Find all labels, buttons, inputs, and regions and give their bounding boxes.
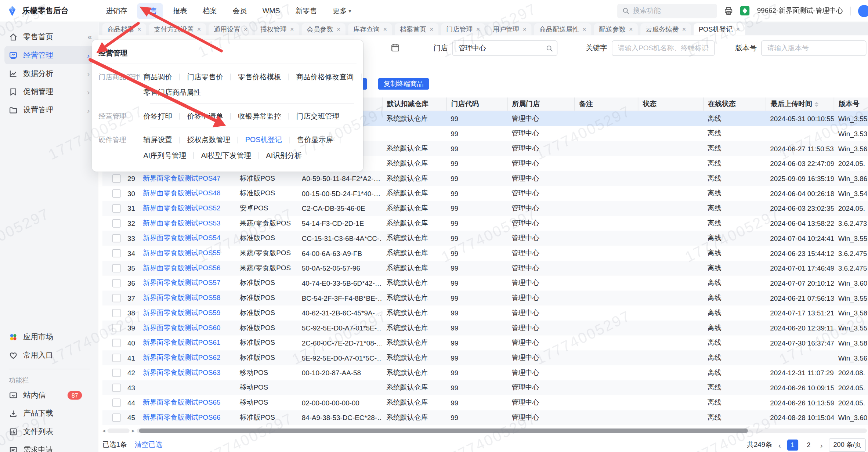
- tab-云服务续费[interactable]: 云服务续费×: [641, 23, 691, 35]
- menu-item-商品价格修改查询[interactable]: 商品价格修改查询: [296, 72, 354, 82]
- close-icon[interactable]: ×: [736, 26, 740, 33]
- pos-name-link[interactable]: 新界面零食版测试POS58: [138, 291, 235, 306]
- tab-商品档案[interactable]: 商品档案×: [102, 23, 146, 35]
- sidebar-item-settings-mgmt[interactable]: 设置管理 ›: [4, 101, 94, 119]
- store-filter-input[interactable]: [452, 40, 557, 56]
- nav-item-档案[interactable]: 档案: [197, 3, 223, 18]
- menu-item-门店零售价[interactable]: 门店零售价: [187, 72, 223, 82]
- nav-item-更多[interactable]: 更多▾: [327, 3, 357, 18]
- row-checkbox[interactable]: [112, 204, 121, 213]
- tab-配送参数[interactable]: 配送参数×: [594, 23, 638, 35]
- scroll-right-icon[interactable]: ▸: [132, 428, 135, 433]
- calendar-icon[interactable]: [390, 43, 400, 53]
- menu-item-AI识别分析[interactable]: AI识别分析: [266, 151, 302, 160]
- scrollbar-mini-track[interactable]: [108, 429, 130, 433]
- close-icon[interactable]: ×: [582, 26, 586, 33]
- sidebar-item-data-analysis[interactable]: 数据分析 ›: [4, 64, 94, 83]
- row-checkbox[interactable]: [112, 234, 121, 243]
- row-checkbox[interactable]: [112, 399, 121, 407]
- sidebar-item-inbox[interactable]: 站内信 87: [4, 386, 94, 404]
- printer-icon[interactable]: [724, 6, 733, 15]
- col-header-最后上传时间[interactable]: 最后上传时间: [766, 97, 833, 111]
- sidebar-item-app-market[interactable]: 应用市场: [4, 328, 94, 346]
- pos-name-link[interactable]: 新界面零食版测试POS48: [138, 186, 235, 201]
- close-icon[interactable]: ×: [243, 26, 247, 33]
- sidebar-item-product-download[interactable]: 产品下载: [4, 404, 94, 423]
- page-size-select[interactable]: 200 条/页: [829, 438, 866, 451]
- menu-item-AI序列号管理[interactable]: AI序列号管理: [143, 151, 186, 160]
- sort-icon[interactable]: [814, 102, 819, 107]
- pos-name-link[interactable]: 新界面零食版测试POS47: [138, 171, 235, 186]
- menu-item-价签申请单[interactable]: 价签申请单: [187, 111, 223, 121]
- scrollbar-track[interactable]: [137, 429, 867, 433]
- sidebar-item-retail-home[interactable]: 零售首页: [4, 28, 94, 46]
- page-button-2[interactable]: 2: [803, 439, 814, 450]
- close-icon[interactable]: ×: [197, 26, 201, 33]
- pos-name-link[interactable]: 新界面零食版测试POS56: [138, 261, 235, 276]
- nav-item-新零售[interactable]: 新零售: [290, 3, 323, 18]
- row-checkbox[interactable]: [112, 249, 121, 257]
- prev-page-icon[interactable]: ‹: [777, 440, 782, 449]
- row-checkbox[interactable]: [112, 324, 121, 332]
- pos-name-link[interactable]: 新界面零食版测试POS62: [138, 350, 235, 365]
- tab-门店管理[interactable]: 门店管理×: [441, 23, 485, 35]
- nav-item-报表[interactable]: 报表: [167, 3, 192, 18]
- row-checkbox[interactable]: [112, 309, 121, 317]
- menu-item-商品调价[interactable]: 商品调价: [143, 72, 172, 82]
- close-icon[interactable]: ×: [682, 26, 686, 33]
- tab-档案首页[interactable]: 档案首页×: [395, 23, 438, 35]
- menu-item-门店交班管理[interactable]: 门店交班管理: [296, 111, 340, 121]
- avatar[interactable]: [858, 5, 868, 17]
- pos-name-link[interactable]: 新界面零食版测试POS55: [138, 246, 235, 261]
- nav-item-WMS[interactable]: WMS: [257, 4, 286, 18]
- sidebar-item-request[interactable]: 需求申请: [4, 441, 94, 452]
- search-icon[interactable]: [546, 44, 553, 52]
- sidebar-item-favorites[interactable]: 常用入口: [4, 346, 94, 364]
- sidebar-item-promotion-mgmt[interactable]: 促销管理 ›: [4, 83, 94, 101]
- pos-name-link[interactable]: 新界面零食版测试POS59: [138, 305, 235, 321]
- menu-item-辅屏设置[interactable]: 辅屏设置: [143, 135, 172, 145]
- keyword-filter-input[interactable]: [612, 40, 715, 56]
- tab-商品配送属性[interactable]: 商品配送属性×: [534, 23, 591, 35]
- row-checkbox[interactable]: [112, 279, 121, 288]
- menu-item-零售价格模板[interactable]: 零售价格模板: [238, 72, 281, 82]
- row-checkbox[interactable]: [112, 219, 121, 228]
- page-button-1[interactable]: 1: [787, 439, 798, 450]
- tab-通用设置[interactable]: 通用设置×: [209, 23, 252, 35]
- sidebar-item-file-list[interactable]: 文件列表: [4, 422, 94, 441]
- pos-name-link[interactable]: 新界面零食版测试POS61: [138, 336, 235, 351]
- row-checkbox[interactable]: [112, 174, 121, 183]
- menu-item-价签打印[interactable]: 价签打印: [143, 111, 172, 121]
- pos-name-link[interactable]: 新界面零食版测试POS66: [138, 410, 235, 425]
- menu-item-POS机登记[interactable]: POS机登记: [245, 135, 282, 145]
- clear-selection-link[interactable]: 清空已选: [135, 440, 162, 450]
- pos-name-link[interactable]: 新界面零食版测试POS63: [138, 365, 235, 380]
- version-filter-input[interactable]: [761, 40, 866, 56]
- tab-用户管理[interactable]: 用户管理×: [488, 23, 531, 35]
- pos-name-link[interactable]: 新界面零食版测试POS52: [138, 201, 235, 216]
- pos-name-link[interactable]: 新界面零食版测试POS60: [138, 321, 235, 336]
- tab-POS机登记[interactable]: POS机登记×: [694, 23, 745, 35]
- scrollbar-thumb[interactable]: [139, 429, 748, 433]
- global-search-input[interactable]: 搜索功能: [618, 4, 717, 18]
- menu-item-收银异常监控[interactable]: 收银异常监控: [238, 111, 281, 121]
- close-icon[interactable]: ×: [290, 26, 294, 33]
- tab-支付方式设置[interactable]: 支付方式设置×: [149, 23, 206, 35]
- nav-item-进销存[interactable]: 进销存: [100, 3, 133, 18]
- tab-库存查询[interactable]: 库存查询×: [348, 23, 392, 35]
- close-icon[interactable]: ×: [383, 26, 387, 33]
- close-icon[interactable]: ×: [337, 26, 341, 33]
- nav-item-零售[interactable]: 零售: [137, 3, 163, 18]
- copy-terminal-goods-button[interactable]: 复制终端商品: [378, 78, 429, 90]
- menu-item-零售门店商品属性[interactable]: 零售门店商品属性: [143, 87, 201, 97]
- row-checkbox[interactable]: [112, 189, 121, 198]
- row-checkbox[interactable]: [112, 369, 121, 377]
- close-icon[interactable]: ×: [430, 26, 434, 33]
- scroll-left-icon[interactable]: ◂: [102, 428, 105, 433]
- pos-name-link[interactable]: 新界面零食版测试POS57: [138, 276, 235, 291]
- row-checkbox[interactable]: [112, 264, 121, 272]
- close-icon[interactable]: ×: [476, 26, 480, 33]
- sidebar-item-business-mgmt[interactable]: 经营管理 ›: [4, 46, 94, 64]
- row-checkbox[interactable]: [112, 339, 121, 347]
- pos-name-link[interactable]: 新界面零食版测试POS65: [138, 395, 235, 410]
